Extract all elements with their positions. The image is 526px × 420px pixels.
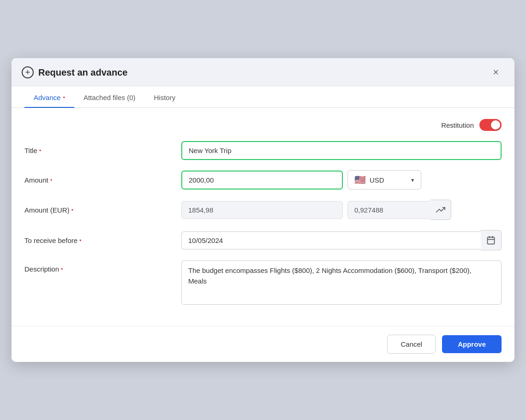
tab-attached-files[interactable]: Attached files (0) [74, 86, 145, 108]
description-row: Description • The budget encompasses Fli… [24, 260, 502, 307]
description-required-dot: • [61, 266, 63, 272]
title-label: Title • [24, 147, 181, 154]
title-controls [181, 141, 502, 160]
description-controls: The budget encompasses Flights ($800), 2… [181, 260, 502, 307]
tab-history[interactable]: History [145, 86, 185, 108]
plus-circle-icon: + [22, 66, 34, 78]
description-label: Description • [24, 260, 181, 273]
toggle-knob [491, 120, 500, 130]
amount-required-dot: • [50, 177, 53, 183]
calendar-button[interactable] [481, 230, 502, 250]
description-textarea[interactable]: The budget encompasses Flights ($800), 2… [181, 260, 502, 305]
rate-input [347, 201, 430, 219]
modal-body: Restitution Title • Amount • [12, 108, 514, 326]
amount-controls: 🇺🇸 USD ▾ [181, 170, 502, 189]
title-required-dot: • [39, 147, 42, 154]
receive-before-controls [181, 230, 502, 250]
svg-rect-0 [488, 237, 495, 244]
tabs-row: Advance • Attached files (0) History [12, 86, 514, 108]
title-input[interactable] [181, 141, 502, 160]
flag-icon: 🇺🇸 [354, 175, 366, 184]
restitution-label: Restitution [441, 121, 474, 129]
rate-chart-button[interactable] [430, 200, 451, 220]
amount-eur-row: Amount (EUR) • [24, 200, 502, 220]
modal-title: Request an advance [38, 67, 127, 78]
receive-before-label: To receive before • [24, 237, 181, 244]
rate-field-wrap [347, 200, 451, 220]
amount-eur-required-dot: • [72, 207, 74, 213]
currency-select[interactable]: 🇺🇸 USD ▾ [347, 170, 421, 189]
restitution-row: Restitution [24, 119, 502, 131]
date-field-wrap [181, 230, 502, 250]
calendar-icon [486, 236, 496, 245]
tab-advance[interactable]: Advance • [24, 86, 74, 108]
tab-history-label: History [154, 94, 176, 101]
amount-label: Amount • [24, 176, 181, 184]
close-button[interactable]: × [490, 66, 502, 78]
tab-advance-required-dot: • [63, 94, 65, 101]
tab-attached-files-label: Attached files (0) [84, 94, 136, 101]
modal-header: + Request an advance × [12, 58, 514, 86]
amount-eur-input [181, 201, 343, 219]
receive-before-row: To receive before • [24, 230, 502, 250]
approve-button[interactable]: Approve [442, 335, 502, 353]
chart-trend-icon [436, 205, 445, 214]
chevron-down-icon: ▾ [411, 177, 414, 183]
modal-overlay: + Request an advance × Advance • Attache… [0, 0, 526, 420]
description-wrap: The budget encompasses Flights ($800), 2… [181, 260, 502, 307]
amount-eur-controls [181, 200, 502, 220]
currency-label: USD [370, 176, 384, 184]
date-input[interactable] [181, 231, 481, 249]
amount-row: Amount • 🇺🇸 USD ▾ [24, 170, 502, 189]
amount-input[interactable] [181, 171, 343, 189]
modal-footer: Cancel Approve [12, 326, 514, 362]
amount-eur-label: Amount (EUR) • [24, 206, 181, 214]
tab-advance-label: Advance [34, 94, 60, 101]
modal-dialog: + Request an advance × Advance • Attache… [12, 58, 514, 362]
title-row: Title • [24, 141, 502, 160]
receive-before-required-dot: • [79, 237, 82, 244]
restitution-toggle[interactable] [479, 119, 502, 131]
modal-title-row: + Request an advance [22, 66, 127, 78]
cancel-button[interactable]: Cancel [387, 335, 436, 354]
